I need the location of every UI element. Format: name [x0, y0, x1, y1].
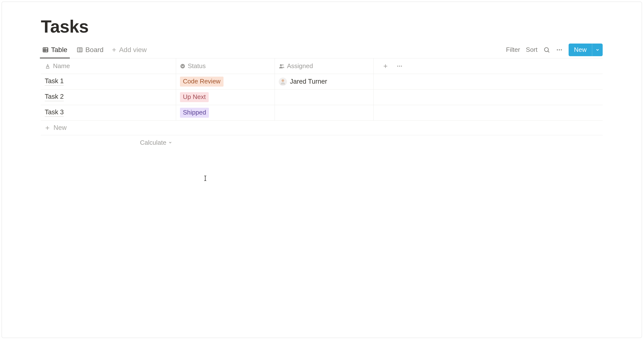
person-property-icon	[279, 63, 284, 69]
column-more-button[interactable]	[396, 63, 403, 69]
new-row-label: New	[54, 124, 67, 132]
task-name: Task 2	[45, 93, 64, 102]
avatar	[279, 78, 287, 86]
status-tag: Code Review	[180, 76, 224, 86]
table-row[interactable]: Task 3 Shipped	[41, 105, 603, 121]
search-button[interactable]	[543, 46, 550, 53]
add-view-label: Add view	[119, 46, 147, 54]
svg-point-18	[282, 64, 284, 66]
column-header-assigned[interactable]: Assigned	[275, 58, 374, 74]
cell-name[interactable]: Task 3	[41, 105, 176, 120]
cell-assigned[interactable]	[275, 105, 374, 120]
svg-point-13	[561, 49, 562, 50]
table-icon	[42, 47, 49, 53]
table-row[interactable]: Task 1 Code Review Jared Turner	[41, 74, 603, 90]
cell-empty	[374, 105, 603, 120]
column-header-status[interactable]: Status	[176, 58, 275, 74]
board-icon	[76, 47, 83, 53]
column-header-label: Assigned	[287, 62, 313, 70]
cell-assigned[interactable]: Jared Turner	[275, 74, 374, 89]
views-bar: Table Board Add view Filter Sort	[41, 41, 603, 58]
cell-status[interactable]: Up Next	[176, 90, 275, 105]
calculate-label: Calculate	[140, 139, 166, 146]
cell-status[interactable]: Code Review	[176, 74, 275, 89]
svg-point-22	[399, 66, 400, 66]
svg-point-11	[557, 49, 558, 50]
new-row-button[interactable]: New	[41, 121, 603, 135]
task-name: Task 1	[45, 78, 64, 86]
svg-point-24	[282, 79, 284, 82]
status-tag: Up Next	[180, 92, 209, 102]
right-controls: Filter Sort New	[506, 44, 603, 56]
cell-name[interactable]: Task 1	[41, 74, 176, 89]
cell-assigned[interactable]	[275, 90, 374, 105]
task-name: Task 3	[45, 109, 64, 117]
filter-button[interactable]: Filter	[506, 46, 520, 54]
more-options-button[interactable]	[556, 46, 563, 53]
svg-rect-4	[77, 48, 82, 52]
cell-name[interactable]: Task 2	[41, 90, 176, 105]
calculate-button[interactable]: Calculate	[41, 135, 176, 150]
svg-point-23	[401, 66, 402, 66]
select-property-icon	[180, 64, 185, 69]
svg-point-17	[280, 64, 282, 66]
cell-empty	[374, 74, 603, 89]
chevron-down-icon	[168, 140, 172, 144]
text-cursor-icon	[204, 175, 207, 181]
cell-status[interactable]: Shipped	[176, 105, 275, 120]
text-property-icon	[45, 63, 50, 69]
svg-point-16	[180, 64, 185, 68]
assignee-name: Jared Turner	[290, 78, 327, 85]
plus-icon	[45, 125, 50, 130]
add-column-button[interactable]	[383, 64, 388, 69]
new-button-group: New	[568, 44, 603, 56]
view-tab-label: Board	[85, 46, 104, 54]
column-header-name[interactable]: Name	[41, 58, 176, 74]
svg-rect-0	[43, 48, 48, 52]
app-frame: Tasks Table Board Add view	[2, 2, 642, 338]
page-content: Tasks Table Board Add view	[2, 2, 642, 150]
svg-line-10	[548, 51, 550, 52]
new-button-dropdown[interactable]	[592, 44, 603, 56]
add-view-button[interactable]: Add view	[112, 46, 147, 54]
database-table: Name Status Assigned	[41, 58, 603, 150]
table-header-row: Name Status Assigned	[41, 58, 603, 74]
column-header-tools	[374, 58, 603, 74]
column-header-label: Status	[188, 62, 206, 70]
sort-button[interactable]: Sort	[526, 46, 538, 54]
column-header-label: Name	[53, 62, 70, 70]
cell-empty	[374, 90, 603, 105]
table-row[interactable]: Task 2 Up Next	[41, 90, 603, 105]
new-button[interactable]: New	[568, 44, 592, 56]
svg-point-21	[397, 66, 398, 66]
svg-point-9	[544, 48, 548, 51]
view-tab-table[interactable]: Table	[41, 41, 69, 58]
status-tag: Shipped	[180, 108, 209, 118]
plus-icon	[112, 47, 117, 52]
page-title: Tasks	[41, 16, 603, 36]
view-tab-board[interactable]: Board	[75, 41, 105, 58]
view-tab-label: Table	[51, 46, 67, 54]
svg-point-12	[559, 49, 560, 50]
calculate-row: Calculate	[41, 135, 603, 150]
